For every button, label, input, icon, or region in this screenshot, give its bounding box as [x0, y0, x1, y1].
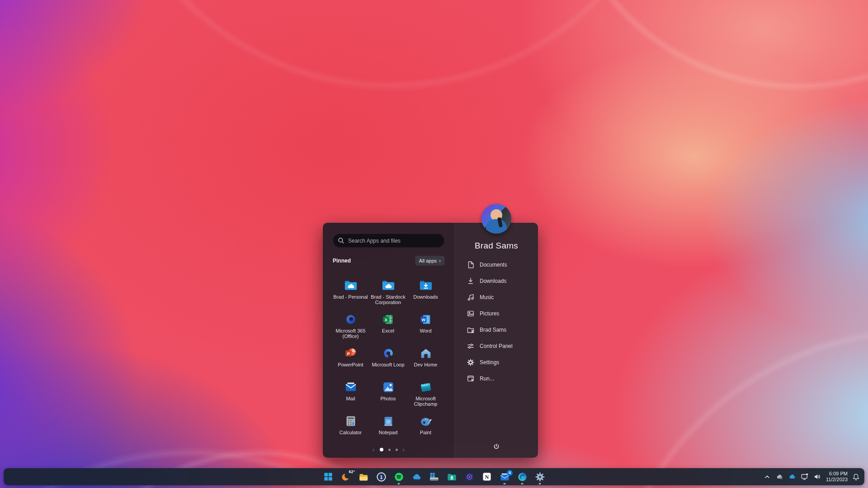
link-settings[interactable]: Settings — [455, 354, 538, 371]
link-pictures[interactable]: Pictures — [455, 305, 538, 322]
chevron-up-icon — [764, 473, 771, 480]
app-mail[interactable]: Mail — [332, 380, 369, 414]
onedrive-button[interactable] — [410, 468, 422, 485]
pinned-label: Pinned — [333, 258, 351, 264]
cloud-sync-tray-button[interactable] — [775, 468, 783, 485]
loop-icon — [382, 347, 395, 360]
svg-text:W: W — [421, 318, 425, 322]
app-word[interactable]: W Word — [407, 313, 444, 347]
all-apps-button[interactable]: All apps › — [415, 256, 444, 265]
speaker-icon — [813, 473, 821, 481]
dev-home-icon — [419, 347, 433, 360]
app-excel[interactable]: X Excel — [369, 313, 407, 347]
search-box[interactable] — [333, 234, 444, 248]
app-microsoft-365[interactable]: Microsoft 365 (Office) — [332, 313, 369, 347]
user-links: Documents Downloads Music — [455, 257, 538, 387]
link-user-folder[interactable]: Brad Sams — [455, 322, 538, 338]
link-music[interactable]: Music — [455, 289, 538, 305]
word-icon: W — [419, 313, 433, 326]
app-powerpoint[interactable]: P PowerPoint — [332, 347, 369, 380]
running-indicator — [521, 483, 524, 484]
app-calculator[interactable]: Calculator — [332, 414, 369, 448]
spotify-button[interactable] — [393, 468, 405, 485]
microsoft-365-icon — [344, 313, 358, 326]
file-explorer-button[interactable] — [358, 468, 369, 485]
app-notepad[interactable]: Notepad — [369, 414, 407, 448]
run-window-icon — [467, 375, 475, 383]
1password-icon: 1 — [376, 472, 387, 482]
app-brad-stardock[interactable]: Brad - Stardock Corporation — [369, 279, 407, 313]
download-arrow-icon — [467, 277, 475, 285]
powerpoint-icon: P — [344, 347, 358, 360]
calculator-icon — [344, 414, 358, 428]
gear-icon — [467, 358, 475, 366]
document-icon — [467, 261, 475, 269]
notion-button[interactable]: N — [481, 468, 493, 485]
svg-text:P: P — [347, 352, 349, 356]
user-avatar[interactable] — [481, 204, 511, 234]
weather-temperature: 62° — [349, 469, 355, 474]
power-button[interactable] — [488, 439, 505, 454]
mail-unread-badge: 4 — [507, 470, 513, 476]
media-app-button[interactable] — [463, 468, 475, 485]
app-microsoft-clipchamp[interactable]: Microsoft Clipchamp — [407, 380, 444, 414]
settings-button[interactable] — [534, 468, 546, 485]
app-brad-personal[interactable]: Brad - Personal — [332, 279, 369, 313]
display-connect-tray-button[interactable] — [801, 468, 809, 485]
photos-icon — [382, 380, 395, 394]
paint-icon — [419, 414, 433, 428]
desktop: Pinned All apps › Brad - Personal — [0, 0, 868, 488]
picture-icon — [467, 310, 475, 318]
pinned-pager: ‹ › — [323, 446, 454, 453]
svg-text:X: X — [384, 318, 387, 322]
volume-tray-button[interactable] — [813, 468, 821, 485]
system-tray: 6:09 PM 11/2/2023 — [764, 468, 860, 485]
pinned-app-grid: Brad - Personal Brad - Stardock Corporat… — [332, 279, 444, 448]
app-dev-home[interactable]: Dev Home — [407, 347, 444, 380]
hidden-icons-button[interactable] — [764, 468, 771, 485]
running-indicator — [539, 483, 541, 484]
app-downloads[interactable]: Downloads — [407, 279, 444, 313]
cloud-sync-icon — [775, 473, 783, 481]
taskbar-center-icons: 62° 1 — [322, 468, 546, 485]
media-app-icon — [464, 472, 475, 482]
pager-prev-icon[interactable]: ‹ — [373, 446, 375, 453]
taskbar-clock[interactable]: 6:09 PM 11/2/2023 — [826, 471, 848, 483]
onedrive-tray-button[interactable] — [788, 468, 796, 485]
pager-dot-1[interactable] — [380, 448, 383, 451]
edge-icon — [517, 472, 528, 482]
link-control-panel[interactable]: Control Panel — [455, 338, 538, 354]
windows-start-icon — [323, 472, 333, 482]
app-photos[interactable]: Photos — [369, 380, 407, 414]
app-paint[interactable]: Paint — [407, 414, 444, 448]
link-run[interactable]: Run... — [455, 371, 538, 387]
pager-dot-3[interactable] — [396, 449, 398, 451]
onedrive-folder-icon — [382, 279, 395, 292]
start-button[interactable] — [322, 468, 334, 485]
notepad-icon — [382, 414, 395, 428]
clock-time: 6:09 PM — [826, 471, 848, 477]
downloads-folder-button[interactable] — [446, 468, 458, 485]
spotify-icon — [394, 472, 404, 482]
storage-drive-icon — [429, 471, 439, 482]
storage-drive-button[interactable] — [428, 468, 440, 485]
search-icon — [338, 237, 344, 244]
app-microsoft-loop[interactable]: Microsoft Loop — [369, 347, 407, 380]
mail-button[interactable]: 4 — [499, 468, 510, 485]
search-input[interactable] — [348, 238, 439, 244]
notification-center-button[interactable] — [852, 468, 860, 485]
1password-button[interactable]: 1 — [375, 468, 387, 485]
taskbar: 62° 1 — [4, 468, 864, 485]
bell-icon — [852, 473, 860, 481]
link-downloads[interactable]: Downloads — [455, 273, 538, 289]
clipchamp-icon — [419, 380, 433, 394]
weather-widget[interactable]: 62° — [340, 468, 352, 485]
svg-text:N: N — [485, 474, 489, 480]
power-icon — [492, 442, 501, 451]
pager-dot-2[interactable] — [388, 449, 391, 451]
pinned-header: Pinned All apps › — [333, 256, 444, 266]
link-documents[interactable]: Documents — [455, 257, 538, 273]
pager-next-icon[interactable]: › — [403, 446, 405, 453]
edge-button[interactable] — [516, 468, 528, 485]
excel-icon: X — [382, 313, 395, 326]
